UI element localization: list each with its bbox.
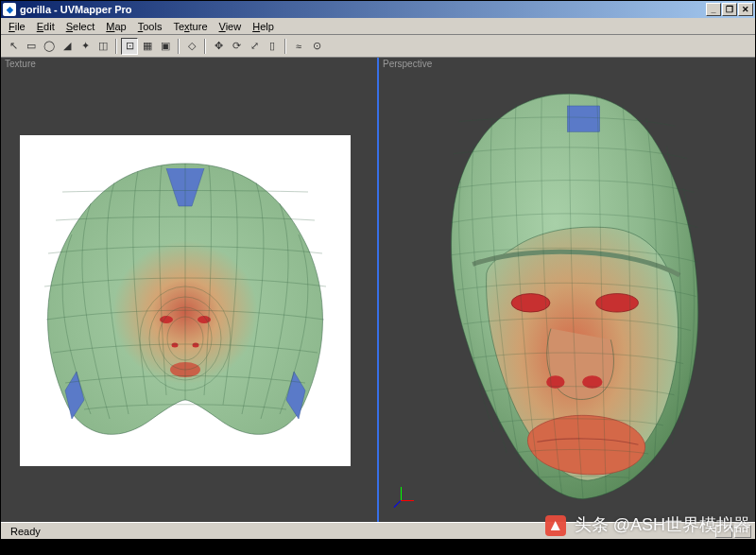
svg-point-10 bbox=[511, 294, 550, 312]
svg-point-2 bbox=[172, 343, 179, 348]
vertex-mode[interactable]: ⊡ bbox=[121, 38, 138, 55]
menu-edit[interactable]: Edit bbox=[31, 20, 60, 33]
toolbar-separator bbox=[115, 39, 117, 54]
menu-tools[interactable]: Tools bbox=[132, 20, 168, 33]
arrow-tool[interactable]: ↖ bbox=[5, 38, 22, 55]
watermark-logo-icon bbox=[545, 515, 566, 536]
mirror-tool[interactable]: ▯ bbox=[264, 38, 281, 55]
perspective-viewport[interactable] bbox=[379, 71, 755, 522]
svg-point-3 bbox=[193, 343, 199, 348]
lasso-tool[interactable]: ◯ bbox=[41, 38, 58, 55]
texture-panel-title: Texture bbox=[1, 58, 377, 71]
axis-x-icon bbox=[401, 500, 414, 501]
menu-map[interactable]: Map bbox=[100, 20, 131, 33]
menu-file[interactable]: File bbox=[3, 20, 31, 33]
app-icon: ◆ bbox=[3, 3, 16, 16]
svg-point-11 bbox=[596, 294, 639, 312]
maximize-button[interactable]: ❐ bbox=[722, 3, 737, 16]
edge-mode[interactable]: ▦ bbox=[139, 38, 156, 55]
perspective-panel: Perspective bbox=[379, 58, 755, 522]
menu-texture[interactable]: Texture bbox=[167, 20, 213, 33]
menu-help[interactable]: Help bbox=[247, 20, 280, 33]
minimize-button[interactable]: _ bbox=[706, 3, 721, 16]
axis-y-icon bbox=[401, 487, 402, 500]
snap-toggle[interactable]: ◇ bbox=[183, 38, 200, 55]
workspace: Texture bbox=[1, 58, 755, 522]
toolbar: ↖▭◯◢✦◫⊡▦▣◇✥⟳⤢▯≈⊙ bbox=[1, 35, 755, 58]
axis-gizmo bbox=[387, 486, 415, 514]
toolbar-separator bbox=[204, 39, 206, 54]
close-button[interactable]: ✕ bbox=[738, 3, 753, 16]
move-tool[interactable]: ✥ bbox=[210, 38, 227, 55]
texture-panel: Texture bbox=[1, 58, 379, 522]
menu-select[interactable]: Select bbox=[60, 20, 101, 33]
titlebar: ◆ gorilla - UVMapper Pro _ ❐ ✕ bbox=[1, 1, 755, 18]
menu-view[interactable]: View bbox=[214, 20, 248, 33]
brush-tool[interactable]: ◢ bbox=[59, 38, 76, 55]
status-text: Ready bbox=[5, 526, 46, 537]
perspective-panel-title: Perspective bbox=[379, 58, 755, 71]
uv-unwrap-view[interactable] bbox=[20, 135, 351, 466]
rotate-tool[interactable]: ⟳ bbox=[228, 38, 245, 55]
toolbar-separator bbox=[284, 39, 286, 54]
pin-tool[interactable]: ⊙ bbox=[308, 38, 325, 55]
menubar: FileEditSelectMapToolsTextureViewHelp bbox=[1, 18, 755, 35]
marquee-tool[interactable]: ▭ bbox=[23, 38, 40, 55]
relax-tool[interactable]: ≈ bbox=[290, 38, 307, 55]
window-title: gorilla - UVMapper Pro bbox=[20, 4, 706, 15]
face-mode[interactable]: ▣ bbox=[157, 38, 174, 55]
edge-tool[interactable]: ◫ bbox=[94, 38, 112, 55]
toolbar-separator bbox=[178, 39, 180, 54]
watermark: 头条 @ASH世界模拟器 bbox=[545, 513, 750, 536]
wand-tool[interactable]: ✦ bbox=[77, 38, 94, 55]
scale-tool[interactable]: ⤢ bbox=[246, 38, 263, 55]
svg-rect-9 bbox=[567, 106, 599, 131]
axis-z-icon bbox=[394, 500, 402, 508]
texture-viewport[interactable] bbox=[1, 71, 377, 522]
